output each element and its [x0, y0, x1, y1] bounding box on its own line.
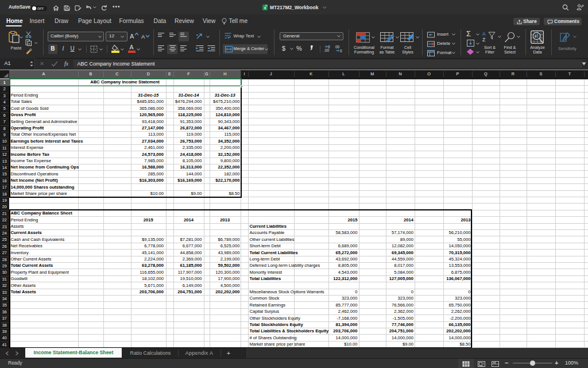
svg-text:00: 00	[335, 45, 340, 49]
svg-text:0: 0	[328, 45, 330, 49]
svg-text:A: A	[482, 31, 486, 37]
svg-text:0: 0	[340, 49, 342, 52]
svg-text:Z: Z	[482, 37, 485, 42]
svg-text:x: x	[264, 6, 266, 10]
svg-text:.00: .00	[324, 48, 329, 52]
